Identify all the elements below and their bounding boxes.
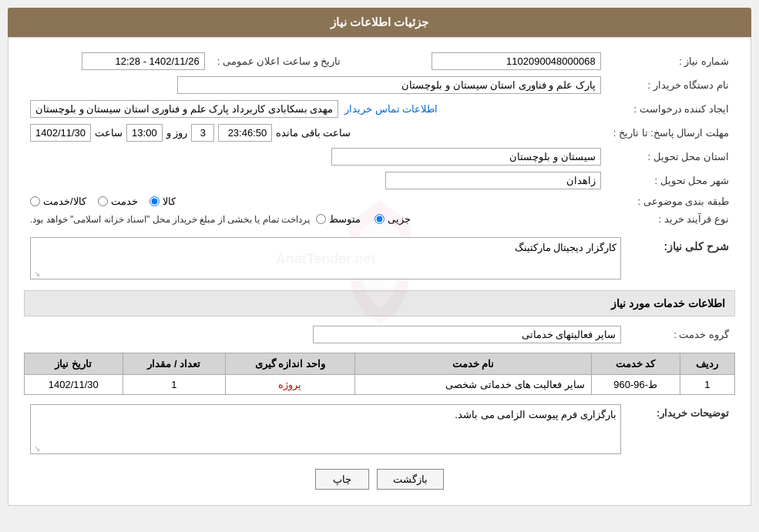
category-radios: کالا/خدمت خدمت کالا bbox=[24, 192, 607, 210]
radio-khadamat-input[interactable] bbox=[98, 196, 108, 206]
services-table: ردیف کد خدمت نام خدمت واحد اندازه گیری ت… bbox=[24, 353, 735, 395]
cell-date: 1402/11/30 bbox=[25, 375, 123, 395]
deadline-label: مهلت ارسال پاسخ: تا تاریخ : bbox=[607, 121, 735, 145]
service-group-value: سایر فعالیتهای خدماتی bbox=[24, 323, 627, 346]
creator-label: ایجاد کننده درخواست : bbox=[607, 97, 735, 121]
buyer-desc-area: بارگزاری فرم پیوست الزامی می باشد. ↘ bbox=[24, 401, 627, 457]
buyer-org-box: پارک علم و فناوری استان سیستان و بلوچستا… bbox=[177, 76, 601, 94]
radio-khadamat: خدمت bbox=[98, 196, 138, 207]
radio-kala-khadamat: کالا/خدمت bbox=[30, 196, 86, 207]
process-row: پرداخت تمام یا بخشی از مبلغ خریداز محل "… bbox=[24, 210, 607, 228]
radio-kala: کالا bbox=[149, 196, 176, 207]
th-count: تعداد / مقدار bbox=[123, 353, 225, 375]
need-desc-area: AnatTender.net کارگزار دیجیتال مارکتینگ … bbox=[24, 234, 627, 283]
buyer-org-value: پارک علم و فناوری استان سیستان و بلوچستا… bbox=[24, 73, 607, 97]
cell-row-num: 1 bbox=[680, 375, 734, 395]
button-row: بازگشت چاپ bbox=[24, 469, 735, 490]
resize-handle: ↘ bbox=[32, 269, 40, 277]
province-value: سیستان و بلوچستان bbox=[24, 145, 607, 169]
province-label: استان محل تحویل : bbox=[607, 145, 735, 169]
service-group-box: سایر فعالیتهای خدماتی bbox=[313, 326, 621, 343]
province-box: سیستان و بلوچستان bbox=[331, 148, 601, 166]
buyer-org-label: نام دستگاه خریدار : bbox=[607, 73, 735, 97]
need-desc-table: شرح کلی نیاز: AnatTender.net کارگزار دیج… bbox=[24, 234, 735, 283]
city-value: زاهدان bbox=[24, 169, 607, 192]
announce-datetime-label: تاریخ و ساعت اعلان عمومی : bbox=[211, 49, 357, 73]
category-label: طبقه بندی موضوعی : bbox=[607, 192, 735, 210]
deadline-time-box: 13:00 bbox=[126, 124, 163, 142]
deadline-remaining-label: ساعت باقی مانده bbox=[276, 127, 351, 139]
city-box: زاهدان bbox=[385, 172, 601, 189]
resize-handle-2: ↘ bbox=[32, 444, 40, 452]
table-header-row: ردیف کد خدمت نام خدمت واحد اندازه گیری ت… bbox=[25, 353, 735, 375]
radio-jozi: جزیی bbox=[374, 213, 411, 225]
cell-service-code: ط-96-960 bbox=[591, 375, 680, 395]
deadline-time-label: ساعت bbox=[95, 127, 123, 139]
deadline-row: 1402/11/30 ساعت 13:00 روز و 3 23:4 bbox=[24, 121, 607, 145]
creator-box: مهدی بسکابادی کاربرداد پارک علم و فناوری… bbox=[30, 100, 338, 118]
radio-mottavaset: متوسط bbox=[316, 213, 361, 225]
cell-service-name: سایر فعالیت های خدماتی شخصی bbox=[355, 375, 592, 395]
city-label: شهر محل تحویل : bbox=[607, 169, 735, 192]
deadline-day-label: روز و bbox=[166, 127, 188, 139]
service-group-label: گروه خدمت : bbox=[627, 323, 735, 346]
th-date: تاریخ نیاز bbox=[25, 353, 123, 375]
need-number-box: 1102090048000068 bbox=[432, 52, 601, 70]
buyer-desc-text: بارگزاری فرم پیوست الزامی می باشد. bbox=[455, 409, 616, 420]
radio-mottavaset-input[interactable] bbox=[316, 214, 326, 224]
print-button[interactable]: چاپ bbox=[315, 469, 369, 490]
contact-info-link[interactable]: اطلاعات تماس خریدار bbox=[344, 103, 438, 115]
buyer-desc-box: بارگزاری فرم پیوست الزامی می باشد. ↘ bbox=[30, 404, 621, 454]
buyer-desc-table: توضیحات خریدار: بارگزاری فرم پیوست الزام… bbox=[24, 401, 735, 457]
watermark-logo: AnatTender.net bbox=[276, 250, 376, 266]
deadline-remaining-box: 23:46:50 bbox=[218, 124, 272, 142]
info-table-top: شماره نیاز : 1102090048000068 تاریخ و سا… bbox=[24, 49, 735, 228]
radio-jozi-input[interactable] bbox=[374, 214, 385, 224]
announce-datetime-box: 1402/11/26 - 12:28 bbox=[82, 52, 205, 70]
need-number-value: 1102090048000068 bbox=[356, 49, 606, 73]
creator-value: مهدی بسکابادی کاربرداد پارک علم و فناوری… bbox=[24, 97, 607, 121]
buyer-desc-label: توضیحات خریدار: bbox=[627, 401, 735, 457]
need-desc-label: شرح کلی نیاز: bbox=[627, 234, 735, 283]
unit-link[interactable]: پروژه bbox=[278, 379, 301, 390]
th-service-code: کد خدمت bbox=[591, 353, 680, 375]
deadline-days-box: 3 bbox=[191, 124, 214, 142]
cell-count: 1 bbox=[123, 375, 225, 395]
announce-datetime-value: 1402/11/26 - 12:28 bbox=[24, 49, 211, 73]
deadline-date-box: 1402/11/30 bbox=[30, 124, 91, 142]
table-row: 1 ط-96-960 سایر فعالیت های خدماتی شخصی پ… bbox=[25, 375, 735, 395]
need-desc-text: کارگزار دیجیتال مارکتینگ bbox=[515, 242, 616, 253]
page-header: جزئیات اطلاعات نیاز bbox=[8, 8, 751, 37]
radio-kala-input[interactable] bbox=[149, 196, 160, 206]
back-button[interactable]: بازگشت bbox=[377, 469, 444, 490]
page-title: جزئیات اطلاعات نیاز bbox=[331, 15, 428, 28]
radio-kala-khadamat-input[interactable] bbox=[30, 196, 40, 206]
cell-unit: پروژه bbox=[225, 375, 354, 395]
th-unit: واحد اندازه گیری bbox=[225, 353, 354, 375]
process-note: پرداخت تمام یا بخشی از مبلغ خریداز محل "… bbox=[30, 214, 310, 225]
th-row-num: ردیف bbox=[680, 353, 734, 375]
th-service-name: نام خدمت bbox=[355, 353, 592, 375]
need-desc-box: AnatTender.net کارگزار دیجیتال مارکتینگ … bbox=[30, 237, 621, 279]
services-section-header: اطلاعات خدمات مورد نیاز bbox=[24, 290, 735, 316]
process-label: نوع فرآیند خرید : bbox=[607, 210, 735, 228]
service-group-table: گروه خدمت : سایر فعالیتهای خدماتی bbox=[24, 323, 735, 346]
need-number-label: شماره نیاز : bbox=[607, 49, 735, 73]
